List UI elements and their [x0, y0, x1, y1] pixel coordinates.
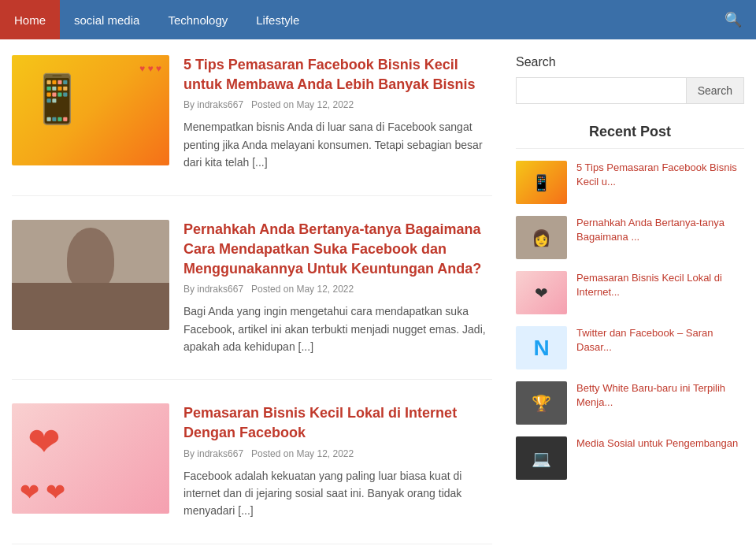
- recent-post-thumbnail: 👩: [516, 216, 567, 259]
- recent-post-thumbnail: 🏆: [516, 381, 567, 425]
- post-title[interactable]: Pemasaran Bisnis Kecil Lokal di Internet…: [183, 403, 492, 443]
- recent-post-thumbnail: N: [516, 326, 567, 369]
- recent-post-thumbnail: 📱: [516, 161, 567, 204]
- nav-item-lifestyle[interactable]: Lifestyle: [242, 0, 313, 39]
- post-item: 5 Tips Pemasaran Facebook Bisnis Kecil u…: [12, 55, 492, 196]
- recent-post-title[interactable]: Pemasaran Bisnis Kecil Lokal di Internet…: [576, 271, 744, 299]
- nav-item-social-media[interactable]: social media: [60, 0, 154, 39]
- recent-post-item: 💻 Media Sosial untuk Pengembangan: [516, 436, 744, 480]
- sidebar-search-form: Search: [516, 77, 744, 104]
- recent-post-title[interactable]: Pernahkah Anda Bertanya-tanya Bagaimana …: [576, 216, 744, 244]
- sidebar-search-input[interactable]: [517, 78, 686, 103]
- recent-post-item: ❤ Pemasaran Bisnis Kecil Lokal di Intern…: [516, 271, 744, 314]
- post-body: Pemasaran Bisnis Kecil Lokal di Internet…: [183, 403, 492, 520]
- post-body: Pernahkah Anda Bertanya-tanya Bagaimana …: [183, 220, 492, 356]
- recent-post-heading: Recent Post: [516, 124, 744, 149]
- post-title[interactable]: Pernahkah Anda Bertanya-tanya Bagaimana …: [183, 220, 492, 280]
- recent-post-item: 👩 Pernahkah Anda Bertanya-tanya Bagaiman…: [516, 216, 744, 259]
- recent-post-title[interactable]: Betty White Baru-baru ini Terpilih Menja…: [576, 381, 744, 410]
- post-meta: By indraks667 Posted on May 12, 2022: [183, 99, 492, 110]
- post-excerpt: Bagi Anda yang ingin mengetahui cara men…: [183, 303, 492, 355]
- navigation: Home social media Technology Lifestyle 🔍: [0, 0, 756, 39]
- main-content: 5 Tips Pemasaran Facebook Bisnis Kecil u…: [12, 55, 492, 557]
- sidebar-search-section: Search Search: [516, 55, 744, 104]
- post-title[interactable]: 5 Tips Pemasaran Facebook Bisnis Kecil u…: [183, 55, 492, 95]
- recent-posts-section: Recent Post 📱 5 Tips Pemasaran Facebook …: [516, 124, 744, 480]
- sidebar-search-button[interactable]: Search: [686, 78, 743, 103]
- recent-post-title[interactable]: 5 Tips Pemasaran Facebook Bisnis Kecil u…: [576, 161, 744, 189]
- post-thumbnail: [12, 220, 169, 330]
- nav-search-icon[interactable]: 🔍: [724, 11, 756, 28]
- post-meta: By indraks667 Posted on May 12, 2022: [183, 284, 492, 295]
- post-body: 5 Tips Pemasaran Facebook Bisnis Kecil u…: [183, 55, 492, 172]
- recent-post-title[interactable]: Media Sosial untuk Pengembangan: [576, 436, 738, 451]
- post-thumbnail: [12, 55, 169, 165]
- post-item: Pernahkah Anda Bertanya-tanya Bagaimana …: [12, 220, 492, 381]
- recent-post-thumbnail: ❤: [516, 271, 567, 314]
- recent-post-thumbnail: 💻: [516, 436, 567, 480]
- post-item: Pemasaran Bisnis Kecil Lokal di Internet…: [12, 403, 492, 544]
- page-container: 5 Tips Pemasaran Facebook Bisnis Kecil u…: [0, 39, 756, 557]
- post-excerpt: Facebook adalah kekuatan yang paling lua…: [183, 467, 492, 520]
- sidebar: Search Search Recent Post 📱 5 Tips Pemas…: [516, 55, 744, 557]
- post-thumbnail: [12, 403, 169, 514]
- nav-menu: Home social media Technology Lifestyle: [0, 0, 313, 39]
- sidebar-search-label: Search: [516, 55, 744, 69]
- recent-post-item: 📱 5 Tips Pemasaran Facebook Bisnis Kecil…: [516, 161, 744, 204]
- post-excerpt: Menempatkan bisnis Anda di luar sana di …: [183, 118, 492, 171]
- nav-item-home[interactable]: Home: [0, 0, 60, 39]
- recent-post-title[interactable]: Twitter dan Facebook – Saran Dasar...: [576, 326, 744, 355]
- nav-item-technology[interactable]: Technology: [154, 0, 242, 39]
- post-meta: By indraks667 Posted on May 12, 2022: [183, 448, 492, 459]
- recent-post-item: N Twitter dan Facebook – Saran Dasar...: [516, 326, 744, 369]
- recent-post-item: 🏆 Betty White Baru-baru ini Terpilih Men…: [516, 381, 744, 425]
